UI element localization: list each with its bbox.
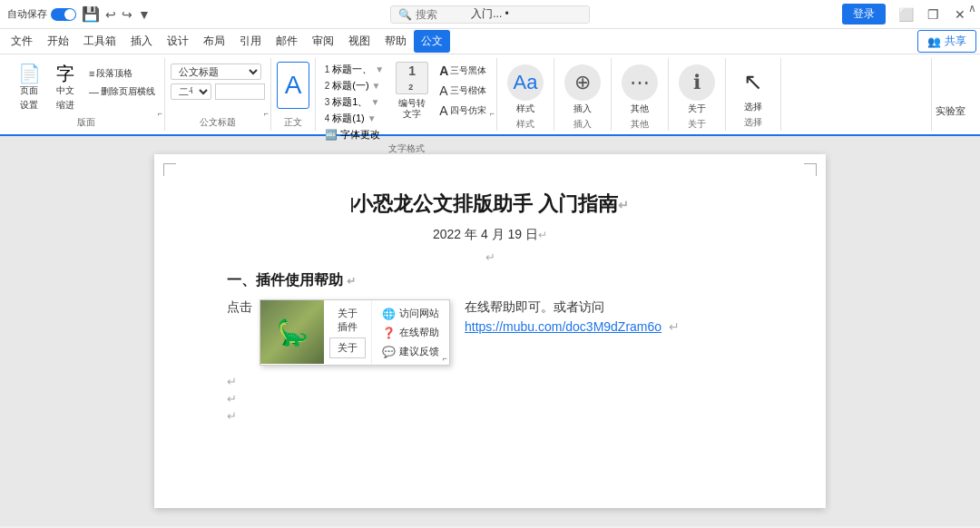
insert-circle-icon: ⊕ — [564, 64, 601, 101]
title-bar: 自动保存 💾 ↩ ↪ ▼ 🔍 入门... • 登录 ⬜ ❐ ✕ — [0, 0, 980, 29]
font-change-icon: 🔤 — [325, 129, 338, 141]
visit-web-item[interactable]: 🌐 访问网站 — [379, 306, 442, 321]
title-center: 🔍 — [249, 5, 731, 24]
delete-header-icon: — — [89, 86, 99, 97]
menu-mail[interactable]: 邮件 — [269, 30, 305, 53]
menu-insert[interactable]: 插入 — [123, 30, 160, 53]
heading4-button[interactable]: 4 标题(1) ▼ — [322, 111, 387, 126]
title-preview-box — [215, 83, 265, 100]
save-icon[interactable]: 💾 — [82, 5, 100, 23]
search-icon: 🔍 — [398, 8, 412, 21]
other-button[interactable]: ⋯ 其他 — [617, 62, 662, 118]
title-size-row: 二号 — [171, 83, 265, 100]
heading3-button[interactable]: 3 标题1、 ▼ — [322, 94, 387, 110]
heading-list: 1 标题一、 ▼ 2 标题(一) ▼ 3 标题1、 ▼ 4 标题(1) — [322, 62, 387, 142]
doc-link[interactable]: https://mubu.com/doc3M9dZram6o — [465, 319, 662, 334]
banmian-content: 📄 页面 设置 字 中文 缩进 ≡ 段落顶格 — 删除页眉横线 — [13, 58, 159, 116]
qita-content: ⋯ 其他 — [617, 58, 662, 118]
about-circle-icon: ℹ — [679, 64, 715, 101]
chinese-indent-icon: 字 — [56, 64, 74, 83]
chinese-indent-button[interactable]: 字 中文 缩进 — [49, 62, 82, 114]
select-button[interactable]: ↖ 选择 — [731, 62, 775, 116]
undo-icon[interactable]: ↩ — [105, 7, 116, 22]
autosave-switch[interactable] — [51, 8, 76, 21]
yangshi-label: 样式 — [516, 118, 534, 132]
popup-expand-icon: ⌐ — [443, 354, 447, 363]
zhengwen-label: 正文 — [284, 116, 302, 131]
about-button[interactable]: ℹ 关于 — [674, 62, 720, 118]
four-fangsong-button[interactable]: A 四号仿宋 — [436, 102, 490, 120]
menu-reference[interactable]: 引用 — [232, 30, 269, 53]
menu-start[interactable]: 开始 — [40, 30, 76, 53]
banmian-label: 版面 — [77, 116, 95, 131]
heading1-button[interactable]: 1 标题一、 ▼ — [322, 62, 387, 77]
menu-layout[interactable]: 布局 — [196, 30, 232, 53]
share-button[interactable]: 👥 共享 — [917, 30, 976, 53]
delete-header-line-button[interactable]: — 删除页眉横线 — [85, 83, 159, 100]
guanyu-content: ℹ 关于 — [674, 58, 720, 118]
style-button[interactable]: Aa 样式 — [503, 62, 548, 118]
ribbon-group-charu: ⊕ 插入 插入 — [554, 58, 612, 131]
gonwentitle-content: 公文标题 二号 — [171, 58, 265, 116]
login-button[interactable]: 登录 — [842, 4, 886, 24]
document-area: 小恐龙公文排版助手 入门指南↵ 2022 年 4 月 19 日↵ ↵ 一、插件使… — [0, 136, 980, 526]
style-a-char: A — [285, 71, 302, 100]
format-num-button[interactable]: 12 — [396, 62, 428, 94]
page-setup-button[interactable]: 📄 页面 设置 — [13, 62, 45, 114]
gonwentitle-label: 公文标题 — [200, 116, 236, 131]
three-black-button[interactable]: A 三号黑体 — [436, 62, 490, 80]
globe-icon: 🌐 — [382, 308, 396, 320]
menu-view[interactable]: 视图 — [341, 30, 377, 53]
empty-line-1: ↵ — [227, 250, 753, 264]
wenziformat-content: 1 标题一、 ▼ 2 标题(一) ▼ 3 标题1、 ▼ 4 标题(1) — [322, 58, 491, 142]
search-input[interactable] — [416, 8, 561, 21]
suggestions-item[interactable]: 💬 建议反馈 — [379, 344, 442, 359]
style-preview-button[interactable]: A — [277, 62, 309, 109]
char-change-button[interactable]: 🔤 字体更改 — [322, 127, 387, 142]
menu-file[interactable]: 文件 — [4, 30, 40, 53]
title-style-row: 公文标题 — [171, 64, 265, 80]
quick-access-icon[interactable]: ▼ — [138, 7, 151, 22]
select-icon: ↖ — [736, 64, 770, 99]
lab-section: 实验室 — [931, 58, 973, 131]
page-setup-icon: 📄 — [18, 64, 41, 83]
menu-toolbox[interactable]: 工具箱 — [76, 30, 123, 53]
popup-about-button[interactable]: 关于 — [329, 337, 366, 358]
menu-review[interactable]: 审阅 — [305, 30, 341, 53]
minimize-button[interactable]: ⬜ — [893, 5, 918, 24]
title-size-select[interactable]: 二号 — [171, 83, 211, 100]
ribbon-group-gonwentitle: 公文标题 二号 公文标题 ⌐ — [165, 58, 271, 131]
help-icon: ❓ — [382, 327, 396, 339]
paragraph-top-button[interactable]: ≡ 段落顶格 — [85, 65, 159, 82]
qita-label: 其他 — [631, 118, 649, 132]
menu-bar: 文件 开始 工具箱 插入 设计 布局 引用 邮件 审阅 视图 帮助 公文 👥 共… — [0, 29, 980, 54]
ribbon-group-qita: ⋯ 其他 其他 — [612, 58, 669, 131]
wenziformat-expand-icon[interactable]: ⌐ — [490, 109, 495, 118]
gonwentitle-expand-icon[interactable]: ⌐ — [264, 109, 269, 118]
insert-button[interactable]: ⊕ 插入 — [560, 62, 605, 118]
link-container: https://mubu.com/doc3M9dZram6o ↵ — [465, 319, 680, 334]
title-style-select[interactable]: 公文标题 — [171, 64, 261, 80]
restore-button[interactable]: ❐ — [920, 5, 946, 24]
menu-design[interactable]: 设计 — [160, 30, 196, 53]
zhengwen-content: A — [277, 58, 309, 116]
autosave-toggle[interactable]: 自动保存 — [7, 7, 76, 21]
redo-icon[interactable]: ↪ — [122, 7, 132, 22]
search-box[interactable]: 🔍 — [390, 5, 590, 24]
heading2-button[interactable]: 2 标题(一) ▼ — [322, 78, 387, 93]
empty-line-3: ↵ — [227, 392, 753, 406]
menu-gonwen[interactable]: 公文 — [414, 30, 450, 53]
three-bold-button[interactable]: A 三号楷体 — [436, 82, 490, 100]
autosave-label: 自动保存 — [7, 7, 47, 21]
popup-about-plugin-label: 关于 插件 关于 — [324, 300, 372, 365]
ribbon-group-yangshi: Aa 样式 样式 — [497, 58, 554, 131]
banmian-expand-icon[interactable]: ⌐ — [158, 109, 162, 118]
popup-image: 🦕 — [260, 300, 324, 364]
menu-help[interactable]: 帮助 — [377, 30, 414, 53]
ribbon-group-banmian: 📄 页面 设置 字 中文 缩进 ≡ 段落顶格 — 删除页眉横线 版面 — [7, 58, 165, 131]
lab-label: 实验室 — [936, 104, 965, 118]
online-help-item[interactable]: ❓ 在线帮助 — [379, 325, 442, 340]
title-bar-right: 登录 ⬜ ❐ ✕ — [731, 4, 973, 24]
ribbon: 📄 页面 设置 字 中文 缩进 ≡ 段落顶格 — 删除页眉横线 版面 — [0, 54, 980, 136]
ribbon-collapse-button[interactable]: ∧ — [968, 2, 976, 15]
